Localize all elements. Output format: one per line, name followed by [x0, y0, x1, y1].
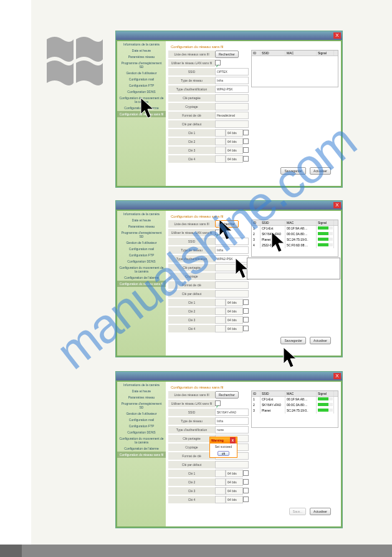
key4-input[interactable]	[215, 325, 226, 332]
sidebar-item[interactable]: Configuration mail	[117, 76, 166, 82]
sidebar-item[interactable]: Programme d'enregistrement SD	[117, 60, 166, 70]
auth-type-select[interactable]: WPA2-PSK Personal(TKIP)	[215, 85, 249, 93]
ssid-input[interactable]: SKY64Y+FA0	[215, 409, 249, 416]
close-icon[interactable]: X	[230, 437, 236, 443]
key2-input[interactable]	[215, 478, 226, 486]
close-icon[interactable]: X	[333, 32, 341, 39]
sidebar-item[interactable]: Configuration FTP	[117, 423, 166, 429]
refresh-button[interactable]: Actualiser	[310, 167, 331, 175]
network-list[interactable]: ID SSID MAC Signal	[251, 50, 338, 87]
search-button[interactable]: Rechercher	[215, 220, 239, 228]
ssid-input[interactable]: OPTEX	[215, 68, 249, 75]
network-row[interactable]: 1CF1-Ext00:1F:9A:A8:...	[252, 397, 338, 402]
sidebar-item[interactable]: Paramètres réseau	[117, 54, 166, 60]
crypt-select[interactable]	[215, 103, 249, 110]
key1-input[interactable]	[215, 129, 226, 137]
sidebar-item[interactable]: Programme d'enregistrement SD	[117, 400, 166, 410]
sidebar-item[interactable]: Configuration DDNS	[117, 429, 166, 435]
sidebar-item-wifi[interactable]: Configuration du réseau sans fil	[117, 111, 166, 117]
net-type-select[interactable]: Infra	[215, 77, 249, 84]
sidebar-item[interactable]: Informations de la caméra	[117, 41, 166, 47]
sidebar-item[interactable]: Paramètres réseau	[117, 223, 166, 230]
auth-type-select[interactable]: none	[215, 426, 249, 433]
key1-input[interactable]	[215, 470, 226, 477]
save-button[interactable]: Sauvegarder	[280, 167, 306, 175]
key2-input[interactable]	[215, 308, 226, 315]
network-row[interactable]: 3PlanetSC:24:75:19:0..	[252, 408, 338, 414]
key3-input[interactable]	[215, 147, 226, 154]
network-list[interactable]: ID SSID MAC Signal 1CF1-Ext00:1F:9A:A8:.…	[251, 220, 338, 257]
save-button[interactable]: Sauvegarder	[280, 337, 306, 344]
key1-checkbox[interactable]	[243, 130, 249, 135]
def-key-select[interactable]	[215, 461, 249, 468]
sidebar-item[interactable]: Programme d'enregistrement SD	[117, 230, 166, 240]
sidebar-item[interactable]: Configuration de l'alarme	[117, 105, 166, 111]
shared-key-input[interactable]	[215, 94, 249, 102]
refresh-button[interactable]: Actualiser	[310, 508, 331, 515]
ok-button[interactable]: ok	[218, 451, 229, 456]
network-row[interactable]: 2SKY64Y+FA000:0C:3A:80:...	[252, 402, 338, 408]
search-button[interactable]: Rechercher	[215, 51, 239, 58]
key3-input[interactable]	[215, 487, 226, 495]
def-key-select[interactable]	[215, 290, 249, 298]
net-type-select[interactable]: Infra	[215, 417, 249, 425]
close-icon[interactable]: X	[333, 373, 341, 379]
sidebar-item[interactable]: Configuration mail	[117, 417, 166, 423]
use-wlan-checkbox[interactable]	[215, 60, 221, 65]
label: Cryptage	[168, 443, 215, 451]
key4-bits[interactable]: 64 bits	[226, 155, 243, 163]
sidebar-item[interactable]: Configuration FTP	[117, 82, 166, 89]
netlist-header: ID SSID MAC Signal	[252, 391, 338, 397]
auth-type-select[interactable]: WPA2-PSK Personal(TKIP)	[215, 255, 249, 263]
sidebar-item[interactable]: Date et heure	[117, 217, 166, 223]
sidebar-item[interactable]: Gestion de l'utilisateur	[117, 410, 166, 417]
def-key-select[interactable]	[215, 120, 249, 128]
sidebar-item[interactable]: Configuration DDNS	[117, 258, 166, 264]
key2-bits[interactable]: 64 bits	[226, 138, 243, 145]
net-type-select[interactable]: Infra	[215, 246, 249, 254]
sidebar-item-wifi[interactable]: Configuration du réseau sans fil	[117, 452, 166, 458]
key4-checkbox[interactable]	[243, 156, 249, 162]
sidebar-item[interactable]: Configuration du mouvement de la caméra	[117, 95, 166, 105]
use-wlan-checkbox[interactable]	[215, 230, 221, 235]
key2-input[interactable]	[215, 138, 226, 145]
sidebar-item[interactable]: Configuration du mouvement de la caméra	[117, 435, 166, 445]
sidebar-item[interactable]: Informations de la caméra	[117, 211, 166, 217]
key-fmt-select[interactable]: Hexadécimal	[215, 112, 249, 119]
sidebar-item[interactable]: Configuration DDNS	[117, 89, 166, 95]
network-list[interactable]: ID SSID MAC Signal 1CF1-Ext00:1F:9A:A8:.…	[251, 390, 338, 428]
key1-bits[interactable]: 64 bits	[226, 129, 243, 137]
sidebar-item[interactable]: Paramètres réseau	[117, 394, 166, 400]
shared-key-input[interactable]	[215, 264, 249, 271]
sidebar-item-wifi[interactable]: Configuration du réseau sans fil	[117, 281, 166, 287]
key3-bits[interactable]: 64 bits	[226, 147, 243, 154]
key2-checkbox[interactable]	[243, 138, 249, 144]
sidebar-item[interactable]: Date et heure	[117, 47, 166, 54]
network-row[interactable]: 2SKY64Y+FA000:0C:3A:80:...	[252, 231, 338, 237]
sidebar-item[interactable]: Configuration mail	[117, 246, 166, 252]
network-row[interactable]: 3PlanetSC:24:75:19:0..	[252, 237, 338, 243]
network-row[interactable]: 42522-00045C:F0:6D:08:...	[252, 243, 338, 248]
search-button[interactable]: Rechercher	[215, 391, 239, 399]
refresh-button[interactable]: Actualiser	[310, 337, 331, 344]
ssid-input[interactable]	[215, 238, 249, 245]
sidebar-item[interactable]: Configuration du mouvement de la caméra	[117, 264, 166, 274]
sidebar-item[interactable]: Gestion de l'utilisateur	[117, 70, 166, 76]
sidebar-item[interactable]: Configuration de l'alarme	[117, 274, 166, 281]
sidebar-item[interactable]: Date et heure	[117, 388, 166, 394]
key4-input[interactable]	[215, 155, 226, 163]
dropdown-popup[interactable]	[247, 258, 340, 279]
key3-input[interactable]	[215, 316, 226, 324]
sidebar-item[interactable]: Gestion de l'utilisateur	[117, 240, 166, 246]
key-fmt-select[interactable]	[215, 281, 249, 289]
key3-checkbox[interactable]	[243, 147, 249, 153]
crypt-select[interactable]	[215, 273, 249, 280]
use-wlan-checkbox[interactable]	[215, 400, 221, 406]
sidebar-item[interactable]: Configuration de l'alarme	[117, 445, 166, 452]
network-row[interactable]: 1CF1-Ext00:1F:9A:A8:...	[252, 226, 338, 231]
sidebar-item[interactable]: Informations de la caméra	[117, 382, 166, 388]
sidebar-item[interactable]: Configuration FTP	[117, 252, 166, 258]
key1-input[interactable]	[215, 299, 226, 306]
key4-input[interactable]	[215, 496, 226, 503]
close-icon[interactable]: X	[333, 202, 341, 208]
